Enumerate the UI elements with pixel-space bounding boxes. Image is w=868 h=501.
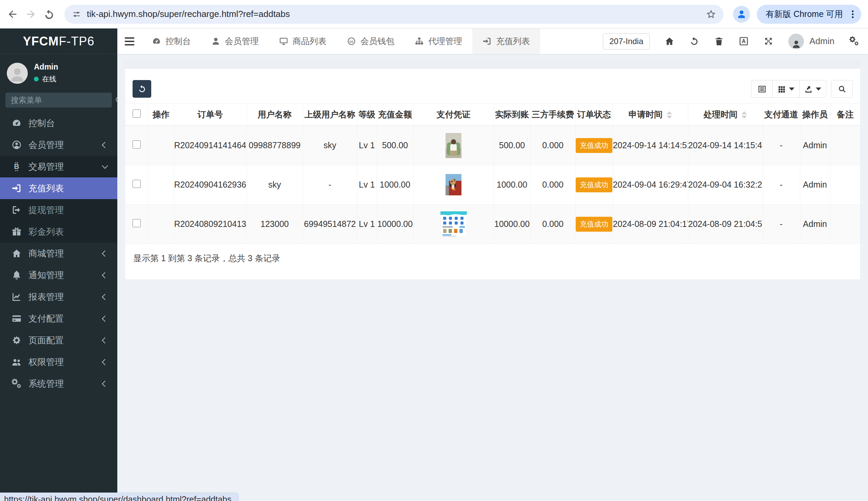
tab-label: 充值列表 [496, 36, 530, 47]
recharge-table: 操作 订单号 用户名称 上级用户名称 等级 充值金额 支付凭证 实际到账 三方手… [125, 103, 860, 244]
tab-label: 会员钱包 [360, 36, 394, 47]
cell-parent-user: 69949514872 [303, 204, 357, 244]
columns-dropdown-button[interactable] [772, 80, 800, 98]
sidebar-item-bonus-list[interactable]: 彩金列表 [0, 221, 117, 243]
tab-dashboard[interactable]: 控制台 [142, 29, 201, 54]
chrome-update-button[interactable]: 有新版 Chrome 可用 [757, 5, 861, 24]
sign-in-icon [12, 183, 22, 193]
cell-level: Lv 1 [357, 126, 377, 165]
cell-process-time: 2024-09-14 14:15:43 [688, 126, 762, 165]
row-checkbox[interactable] [133, 180, 141, 188]
content-area: 操作 订单号 用户名称 上级用户名称 等级 充值金额 支付凭证 实际到账 三方手… [117, 54, 868, 501]
col-remark: 备注 [830, 104, 860, 126]
cell-channel: - [762, 126, 800, 165]
back-icon[interactable] [7, 9, 18, 20]
row-checkbox[interactable] [133, 219, 141, 227]
chevron-left-icon [102, 381, 108, 387]
cell-operator: Admin [800, 126, 830, 165]
select-all-cell [125, 104, 148, 126]
tab-wallet[interactable]: 会员钱包 [337, 29, 404, 54]
sort-icon[interactable] [741, 111, 747, 119]
sidebar-item-withdraw[interactable]: 提现管理 [0, 199, 117, 221]
sidebar-item-reports[interactable]: 报表管理 [0, 286, 117, 308]
sidebar-item-payment-config[interactable]: 支付配置 [0, 308, 117, 329]
navbar-user-menu[interactable]: Admin [788, 34, 834, 49]
cell-received: 1000.00 [494, 165, 530, 204]
sidebar-item-label: 页面配置 [29, 334, 96, 346]
cell-status: 充值成功 [575, 165, 613, 204]
avatar-person-icon [791, 39, 801, 49]
col-apply-time[interactable]: 申请时间 [613, 104, 688, 126]
export-dropdown-button[interactable] [799, 80, 826, 98]
table-search-button[interactable] [831, 80, 853, 98]
menu-search-box[interactable] [6, 93, 112, 107]
sidebar-item-label: 控制台 [29, 117, 107, 129]
sidebar-item-label: 充值列表 [29, 182, 107, 194]
payment-proof-image[interactable] [446, 133, 462, 158]
sidebar-item-label: 会员管理 [29, 139, 96, 151]
cell-received: 10000.00 [494, 204, 530, 244]
cell-actions [148, 165, 174, 204]
forward-icon[interactable] [25, 9, 36, 20]
tab-recharge-list[interactable]: 充值列表 [472, 29, 540, 54]
sort-icon[interactable] [666, 111, 672, 119]
url-text[interactable]: tik-api.hwym.shop/super/recharge.html?re… [87, 9, 290, 19]
cell-parent-user: sky [303, 126, 357, 165]
user-icon [211, 36, 220, 46]
sidebar-item-page-config[interactable]: 页面配置 [0, 329, 117, 351]
cc-circle-icon [347, 36, 356, 46]
fullscreen-icon[interactable] [763, 36, 773, 46]
row-checkbox[interactable] [133, 140, 141, 149]
bookmark-star-icon[interactable] [706, 9, 716, 19]
cell-user-name: 09988778899 [247, 126, 303, 165]
tab-members[interactable]: 会员管理 [201, 29, 269, 54]
site-settings-icon[interactable] [72, 10, 82, 19]
table-row: R2024080921041325 123000 69949514872 Lv … [125, 204, 860, 244]
chevron-left-icon [102, 272, 108, 278]
table-header-row: 操作 订单号 用户名称 上级用户名称 等级 充值金额 支付凭证 实际到账 三方手… [125, 104, 860, 126]
sidebar-item-members[interactable]: 会员管理 [0, 134, 117, 156]
avatar [7, 63, 28, 84]
sidebar-item-mall[interactable]: 商城管理 [0, 243, 117, 264]
col-order-no: 订单号 [174, 104, 247, 126]
payment-proof-image[interactable] [441, 211, 467, 237]
region-selector[interactable]: 207-India [603, 33, 650, 50]
col-label: 处理时间 [704, 109, 737, 119]
tab-products[interactable]: 商品列表 [269, 29, 337, 54]
refresh-icon[interactable] [689, 36, 699, 46]
browser-profile-button[interactable] [733, 6, 750, 23]
sidebar-item-system[interactable]: 系统管理 [0, 373, 117, 394]
settings-gears-icon[interactable] [849, 36, 859, 46]
toggle-view-button[interactable] [751, 80, 773, 98]
trash-icon[interactable] [714, 36, 724, 46]
top-navbar: 控制台 会员管理 商品列表 会员钱包 代理管理 [117, 29, 868, 54]
sidebar-item-label: 商城管理 [29, 248, 96, 259]
payment-proof-image[interactable] [446, 174, 462, 195]
language-icon[interactable] [739, 36, 749, 46]
cell-operator: Admin [800, 204, 830, 244]
tab-agents[interactable]: 代理管理 [404, 29, 472, 54]
online-dot-icon [34, 77, 39, 82]
sidebar-item-notifications[interactable]: 通知管理 [0, 264, 117, 286]
refresh-table-button[interactable] [133, 80, 151, 98]
home-icon[interactable] [664, 36, 674, 46]
bitcoin-icon [12, 161, 22, 172]
col-process-time[interactable]: 处理时间 [688, 104, 762, 126]
sidebar-item-permissions[interactable]: 权限管理 [0, 351, 117, 373]
sidebar-item-transactions[interactable]: 交易管理 [0, 156, 117, 178]
kebab-menu-icon[interactable] [848, 9, 858, 19]
cell-channel: - [762, 165, 800, 204]
browser-chrome: tik-api.hwym.shop/super/recharge.html?re… [0, 0, 868, 29]
navbar-user-name: Admin [809, 36, 834, 46]
address-bar[interactable]: tik-api.hwym.shop/super/recharge.html?re… [64, 5, 724, 24]
reload-icon[interactable] [43, 9, 55, 20]
cell-operator: Admin [800, 165, 830, 204]
cell-received: 500.00 [494, 126, 530, 165]
select-all-checkbox[interactable] [133, 109, 141, 118]
credit-card-icon [12, 313, 22, 323]
sidebar-item-recharge-list[interactable]: 充值列表 [0, 178, 117, 199]
sidebar-item-dashboard[interactable]: 控制台 [0, 112, 117, 134]
menu-search-input[interactable] [11, 96, 111, 105]
status-badge: 充值成功 [576, 178, 612, 192]
sidebar-toggle-button[interactable] [117, 29, 142, 54]
